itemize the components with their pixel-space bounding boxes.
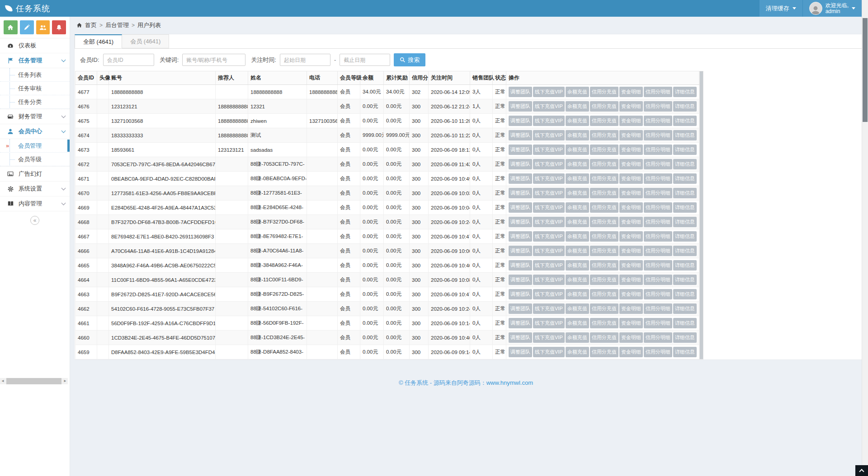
action-button[interactable]: 调整团队	[509, 347, 532, 357]
footer-link[interactable]: www.hnymwl.com	[486, 379, 533, 386]
cell-sales-team[interactable]: 0人	[470, 273, 493, 287]
cell-sales-team[interactable]: 0人	[470, 172, 493, 186]
action-button[interactable]: 调整团队	[509, 275, 532, 285]
action-button[interactable]: 线下充值VIP	[533, 145, 565, 155]
action-button[interactable]: 信用分明细	[644, 231, 672, 242]
action-button[interactable]: 信用分明细	[644, 217, 672, 227]
action-button[interactable]: 余额充值	[566, 347, 589, 357]
action-button[interactable]: 信用分明细	[644, 318, 672, 328]
action-button[interactable]: 信用分明细	[644, 275, 672, 285]
scroll-left-icon[interactable]: ◄	[0, 378, 5, 384]
back-to-top-button[interactable]	[855, 465, 868, 476]
action-button[interactable]: 资金明细	[619, 318, 643, 328]
action-button[interactable]: 余额充值	[566, 101, 589, 112]
cell-sales-team[interactable]: 0人	[470, 201, 493, 215]
action-button[interactable]: 余额充值	[566, 173, 589, 184]
action-button[interactable]: 线下充值VIP	[533, 303, 565, 314]
action-button[interactable]: 详细信息	[673, 116, 697, 126]
action-button[interactable]: 资金明细	[619, 159, 643, 169]
action-button[interactable]: 信用分明细	[644, 116, 672, 126]
action-button[interactable]: 资金明细	[619, 130, 643, 140]
action-button[interactable]: 调整团队	[509, 116, 532, 126]
action-button[interactable]: 线下充值VIP	[533, 130, 565, 140]
tab-all[interactable]: 全部 (4641)	[75, 34, 122, 48]
action-button[interactable]: 余额充值	[566, 145, 589, 155]
action-button[interactable]: 调整团队	[509, 87, 532, 97]
action-button[interactable]: 信用分充值	[590, 130, 618, 140]
action-button[interactable]: 调整团队	[509, 332, 532, 343]
scrollbar-thumb[interactable]	[700, 71, 703, 359]
action-button[interactable]: 资金明细	[619, 246, 643, 256]
member-id-input[interactable]	[103, 54, 154, 66]
action-button[interactable]: 信用分明细	[644, 101, 672, 112]
action-button[interactable]: 线下充值VIP	[533, 101, 565, 112]
home-button[interactable]	[4, 20, 18, 34]
action-button[interactable]: 信用分充值	[590, 260, 618, 271]
action-button[interactable]: 资金明细	[619, 116, 643, 126]
start-date-input[interactable]	[280, 54, 330, 66]
action-button[interactable]: 余额充值	[566, 260, 589, 271]
action-button[interactable]: 线下充值VIP	[533, 347, 565, 357]
cell-sales-team[interactable]: 0人	[470, 143, 493, 157]
action-button[interactable]: 信用分充值	[590, 202, 618, 213]
action-button[interactable]: 资金明细	[619, 289, 643, 299]
keyword-input[interactable]	[182, 54, 245, 66]
action-button[interactable]: 详细信息	[673, 231, 697, 242]
action-button[interactable]: 信用分充值	[590, 347, 618, 357]
sidebar-item-member-level[interactable]: 会员等级	[0, 153, 70, 166]
action-button[interactable]: 调整团队	[509, 130, 532, 140]
action-button[interactable]: 资金明细	[619, 188, 643, 198]
action-button[interactable]: 余额充值	[566, 303, 589, 314]
action-button[interactable]: 信用分充值	[590, 87, 618, 97]
action-button[interactable]: 信用分充值	[590, 101, 618, 112]
action-button[interactable]: 余额充值	[566, 246, 589, 256]
action-button[interactable]: 调整团队	[509, 188, 532, 198]
action-button[interactable]: 线下充值VIP	[533, 289, 565, 299]
breadcrumb-admin[interactable]: 后台管理	[105, 21, 129, 29]
action-button[interactable]: 信用分充值	[590, 159, 618, 169]
action-button[interactable]: 调整团队	[509, 202, 532, 213]
sidebar-item-task-management[interactable]: 任务管理	[0, 53, 70, 68]
sidebar-item-content-management[interactable]: 内容管理	[0, 196, 70, 211]
action-button[interactable]: 详细信息	[673, 260, 697, 271]
action-button[interactable]: 调整团队	[509, 159, 532, 169]
action-button[interactable]: 信用分明细	[644, 188, 672, 198]
action-button[interactable]: 余额充值	[566, 188, 589, 198]
cell-sales-team[interactable]: 3人	[470, 85, 493, 99]
action-button[interactable]: 信用分明细	[644, 145, 672, 155]
action-button[interactable]: 详细信息	[673, 130, 697, 140]
action-button[interactable]: 详细信息	[673, 188, 697, 198]
action-button[interactable]: 线下充值VIP	[533, 275, 565, 285]
cell-sales-team[interactable]: 0人	[470, 345, 493, 359]
cell-sales-team[interactable]: 0人	[470, 258, 493, 273]
action-button[interactable]: 线下充值VIP	[533, 173, 565, 184]
action-button[interactable]: 线下充值VIP	[533, 188, 565, 198]
action-button[interactable]: 详细信息	[673, 217, 697, 227]
action-button[interactable]: 资金明细	[619, 202, 643, 213]
sidebar-item-dashboard[interactable]: 仪表板	[0, 38, 70, 53]
action-button[interactable]: 余额充值	[566, 275, 589, 285]
action-button[interactable]: 线下充值VIP	[533, 217, 565, 227]
action-button[interactable]: 详细信息	[673, 246, 697, 256]
action-button[interactable]: 线下充值VIP	[533, 87, 565, 97]
page-vertical-scrollbar[interactable]	[862, 0, 868, 476]
action-button[interactable]: 信用分充值	[590, 303, 618, 314]
action-button[interactable]: 调整团队	[509, 260, 532, 271]
cell-sales-team[interactable]: 0人	[470, 114, 493, 128]
action-button[interactable]: 详细信息	[673, 202, 697, 213]
action-button[interactable]: 线下充值VIP	[533, 318, 565, 328]
action-button[interactable]: 余额充值	[566, 318, 589, 328]
action-button[interactable]: 调整团队	[509, 318, 532, 328]
action-button[interactable]: 详细信息	[673, 332, 697, 343]
action-button[interactable]: 信用分充值	[590, 332, 618, 343]
cell-sales-team[interactable]: 1人	[470, 99, 493, 114]
action-button[interactable]: 信用分充值	[590, 173, 618, 184]
action-button[interactable]: 信用分明细	[644, 87, 672, 97]
action-button[interactable]: 详细信息	[673, 289, 697, 299]
action-button[interactable]: 信用分充值	[590, 289, 618, 299]
clear-cache-menu[interactable]: 清理缓存	[760, 0, 802, 17]
cell-sales-team[interactable]: 0人	[470, 287, 493, 302]
action-button[interactable]: 详细信息	[673, 145, 697, 155]
action-button[interactable]: 线下充值VIP	[533, 332, 565, 343]
action-button[interactable]: 余额充值	[566, 231, 589, 242]
